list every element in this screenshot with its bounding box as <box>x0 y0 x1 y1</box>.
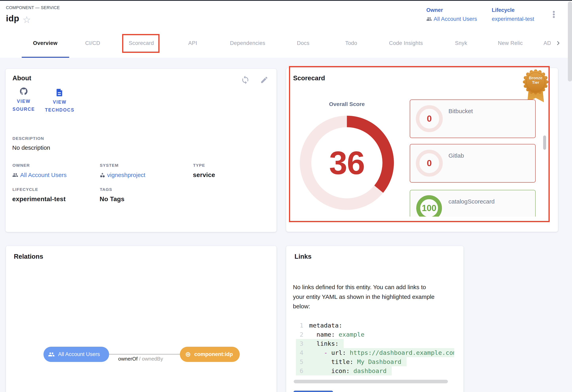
tags-field-value: No Tags <box>100 196 125 203</box>
scorecard-tile-catalogscorecard[interactable]: 100 catalogScorecard <box>410 190 536 217</box>
tab-code-insights[interactable]: Code Insights <box>389 40 423 46</box>
code-line: 3 links: <box>296 339 344 348</box>
code-line: 2 name: example <box>296 330 370 339</box>
active-tab-indicator <box>22 57 69 58</box>
tab-todo[interactable]: Todo <box>345 40 357 46</box>
links-card-title: Links <box>295 253 312 260</box>
tab-api[interactable]: API <box>188 40 197 46</box>
scorecard-scrollbar[interactable] <box>543 135 546 150</box>
overall-score-label: Overall Score <box>329 101 365 107</box>
system-field-label: SYSTEM <box>100 163 119 168</box>
description-value: No description <box>12 144 50 151</box>
tab-overview[interactable]: Overview <box>33 40 58 46</box>
entity-kind-breadcrumb: COMPONENT — SERVICE <box>6 5 60 10</box>
code-line: 6 icon: dashboard <box>296 366 392 376</box>
system-icon <box>100 172 105 178</box>
code-line: 5 title: My Dashboard <box>296 357 407 366</box>
view-techdocs-label: VIEW TECHDOCS <box>42 98 78 114</box>
add-links-button[interactable] <box>294 391 333 392</box>
owner-label: Owner <box>426 7 477 13</box>
type-field-label: TYPE <box>193 163 205 168</box>
code-horizontal-scrollbar[interactable] <box>294 380 448 383</box>
scorecard-card-title: Scorecard <box>293 74 325 82</box>
owner-link[interactable]: All Account Users <box>426 16 477 22</box>
tabs-overflow-chevron-icon[interactable] <box>556 40 561 47</box>
relation-node-component[interactable]: component:idp <box>180 347 240 362</box>
header-owner: Owner All Account Users <box>426 7 477 22</box>
score-ring: 0 <box>416 105 443 132</box>
overall-score-value: 36 <box>300 116 394 210</box>
relation-node-owner[interactable]: All Account Users <box>44 347 109 362</box>
relations-card-title: Relations <box>14 253 43 260</box>
scorecard-tile-gitlab[interactable]: 0 Gitlab <box>410 144 536 182</box>
favorite-star-icon[interactable]: ☆ <box>23 15 31 24</box>
page-title: idp <box>6 14 19 23</box>
view-source-button[interactable]: VIEW SOURCE <box>8 87 40 113</box>
relations-card: Relations ownerOf / ownedBy All Account … <box>6 246 276 392</box>
edit-icon[interactable] <box>260 76 269 85</box>
tab-cicd[interactable]: CI/CD <box>85 40 100 46</box>
scorecard-tile-list: 0 Bitbucket 0 Gitlab 100 catalogScorecar… <box>410 97 540 217</box>
tab-ad-truncated[interactable]: AD <box>543 40 551 46</box>
tab-snyk[interactable]: Snyk <box>455 40 467 46</box>
view-source-label: VIEW SOURCE <box>8 97 40 113</box>
github-icon <box>8 87 40 97</box>
type-field-value: service <box>193 171 215 179</box>
links-card: Links No links defined for this entity. … <box>286 246 463 392</box>
links-empty-message: No links defined for this entity. You ca… <box>293 282 435 311</box>
relation-edge <box>109 354 180 354</box>
score-ring: 0 <box>416 150 443 177</box>
owner-field-label: OWNER <box>13 163 30 168</box>
owner-field-value[interactable]: All Account Users <box>12 172 67 179</box>
header-lifecycle: Lifecycle experimental-test <box>492 7 534 22</box>
scorecard-card: Scorecard <box>286 68 558 232</box>
lifecycle-field-label: LIFECYCLE <box>13 187 38 192</box>
refresh-icon[interactable] <box>241 75 250 85</box>
code-line: 1metadata: <box>296 321 348 330</box>
overall-score-donut: 36 <box>300 116 394 210</box>
chip-icon <box>185 351 191 358</box>
techdocs-icon <box>42 88 78 97</box>
tab-new-relic[interactable]: New Relic <box>498 40 523 46</box>
tab-docs[interactable]: Docs <box>297 40 310 46</box>
relation-edge-label: ownerOf / ownedBy <box>118 356 163 362</box>
scorecard-tile-bitbucket[interactable]: 0 Bitbucket <box>410 99 536 138</box>
lifecycle-field-value: experimental-test <box>12 196 66 203</box>
more-options-icon[interactable] <box>551 10 556 20</box>
group-icon <box>48 351 55 358</box>
group-icon <box>12 172 18 178</box>
system-field-value[interactable]: vigneshproject <box>100 172 145 179</box>
page-scrollbar[interactable] <box>568 1 572 82</box>
lifecycle-value[interactable]: experimental-test <box>492 16 534 22</box>
lifecycle-label: Lifecycle <box>492 7 534 13</box>
group-icon <box>426 16 432 22</box>
about-card: About VIEW SOURCE VIEW TECHDOCS DESCRIPT… <box>5 69 276 232</box>
description-label: DESCRIPTION <box>13 136 44 141</box>
view-techdocs-button[interactable]: VIEW TECHDOCS <box>42 88 78 114</box>
about-card-title: About <box>13 74 31 82</box>
tab-scorecard[interactable]: Scorecard <box>129 40 154 46</box>
tab-dependencies[interactable]: Dependencies <box>230 40 265 46</box>
yaml-example-code: 1metadata:2 name: example3 links:4 - url… <box>296 321 454 376</box>
code-line: 4 - url: https://dashboard.example.com <box>296 348 454 357</box>
tags-field-label: TAGS <box>100 187 112 192</box>
entity-header <box>0 1 572 58</box>
score-ring: 100 <box>416 195 442 217</box>
